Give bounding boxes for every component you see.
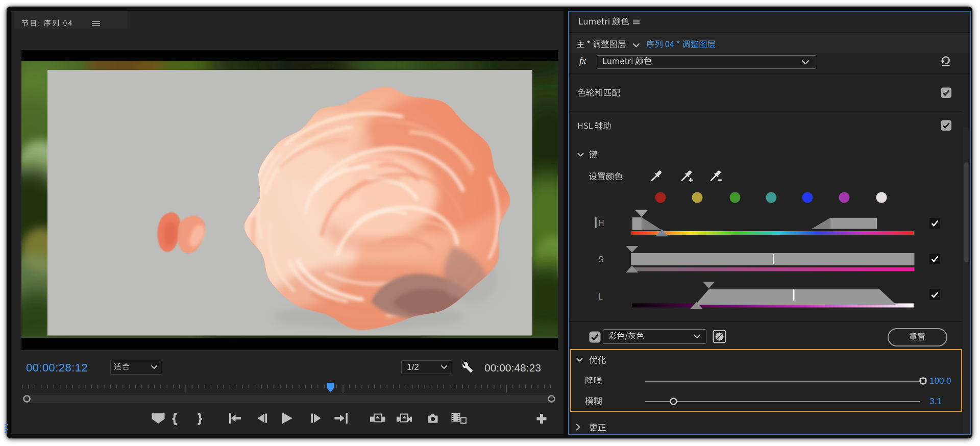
svg-text:S: S (598, 255, 604, 264)
svg-text:H: H (598, 219, 604, 228)
svg-text:L: L (598, 292, 603, 301)
